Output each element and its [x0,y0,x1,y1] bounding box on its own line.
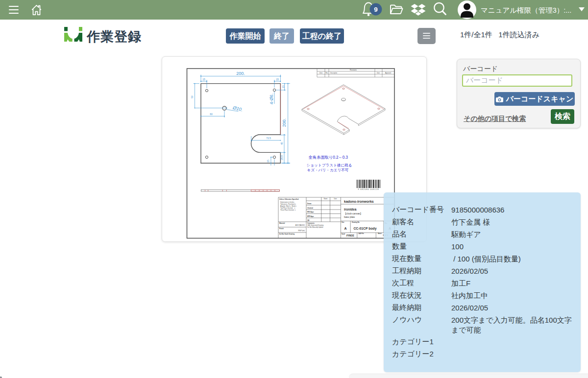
svg-text:4-Ø6.: 4-Ø6. [269,94,274,105]
svg-text:Name: Name [324,198,328,200]
svg-text:Drawn: Drawn [307,203,312,205]
svg-text:Do Not Manually Update: Do Not Manually Update [307,226,323,228]
svg-text:9: 9 [374,6,378,13]
svg-text:【clock-canvas】: 【clock-canvas】 [344,213,362,215]
svg-text:CC-01CP body: CC-01CP body [353,227,376,231]
svg-text:Rev: Rev [326,72,329,74]
svg-text:Revisions: Revisions [350,69,357,71]
svg-text:15: 15 [282,85,285,88]
svg-text:60: 60 [210,113,213,116]
svg-text:A: A [344,227,346,230]
svg-text:50: 50 [191,95,194,98]
svg-text:Checked: Checked [307,207,313,209]
svg-text:A2017(A0052): A2017(A0052) [295,224,305,226]
svg-text:Comments:: Comments: [307,222,315,224]
svg-text:Drawing No.: Drawing No. [352,221,360,223]
svg-text:base plate: base plate [344,216,355,218]
svg-text:Description: Description [330,72,337,74]
svg-text:9 682080 008128: 9 682080 008128 [358,189,379,190]
svg-text:Zone: Zone [319,72,323,74]
svg-text:15: 15 [202,78,205,81]
svg-text:全角糸面取り0.2～0.3: 全角糸面取り0.2～0.3 [308,155,348,160]
svg-text:200.: 200. [236,71,245,76]
svg-text:200.: 200. [282,118,287,127]
svg-text:MFR Appr.: MFR Appr. [307,215,314,217]
svg-text:FREE: FREE [346,234,354,237]
svg-text:Unless Otherwise Specified: Unless Otherwise Specified [279,198,299,200]
svg-text:QA: QA [307,219,309,221]
svg-text:Sheet: Sheet [378,233,382,235]
svg-text:Do Not Scale Drawing: Do Not Scale Drawing [279,233,294,235]
svg-text:Finish: Finish [279,228,284,230]
svg-text:ショットブラスト後に残る: ショットブラスト後に残る [307,163,352,167]
svg-text:SS&?s(m): SS&?s(m) [298,230,305,232]
svg-text:Date: Date [334,198,337,200]
svg-text:CAD File: CAD File [358,233,364,235]
svg-text:45: 45 [280,142,283,145]
svg-text:Date: Date [377,72,380,74]
svg-text:kadono-ironworks: kadono-ironworks [344,200,374,203]
svg-text:ENG Appr.: ENG Appr. [307,211,314,213]
svg-text:15: 15 [267,160,270,163]
svg-text:キズ・バリ・カエリ不可: キズ・バリ・カエリ不可 [307,168,349,172]
svg-text:Scale: Scale [342,233,345,235]
svg-text:Material: Material [279,222,285,224]
svg-text:Approved: Approved [385,72,391,74]
svg-text:Size: Size [342,221,344,223]
svg-text:15: 15 [276,78,279,81]
svg-text:72.5: 72.5 [266,137,271,140]
svg-text:26.9: 26.9 [280,155,283,160]
svg-text:Three Place Decimal ±: Three Place Decimal ± [280,209,296,211]
svg-text:ironidea: ironidea [344,208,357,211]
